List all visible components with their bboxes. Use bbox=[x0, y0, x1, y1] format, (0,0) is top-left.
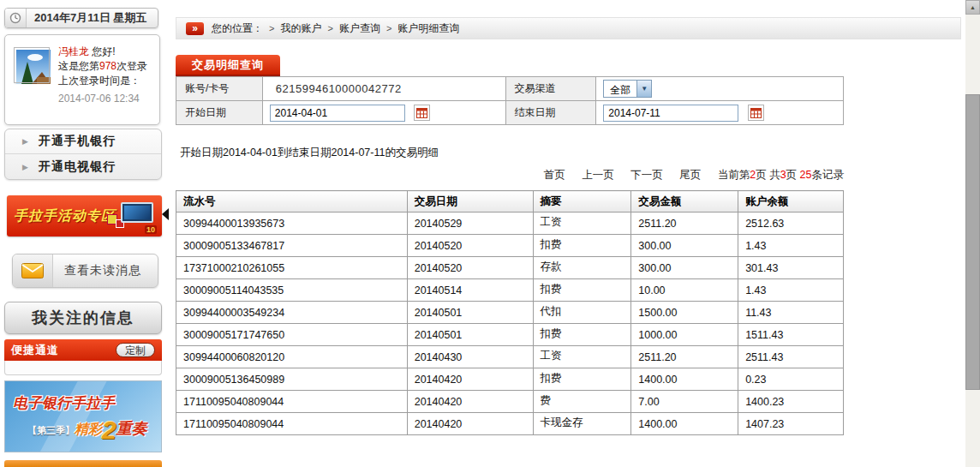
header-serial: 流水号 bbox=[176, 191, 408, 213]
cell-transaction-date: 20140501 bbox=[407, 302, 533, 324]
table-row: 30994400003549234 20140501 代扣 1500.00 11… bbox=[176, 302, 844, 324]
cell-transaction-date: 20140520 bbox=[407, 235, 533, 257]
cell-serial-number: 30009005136450989 bbox=[176, 368, 408, 391]
date-bar: 2014年7月11日 星期五 bbox=[4, 8, 158, 28]
current-date: 2014年7月11日 星期五 bbox=[27, 10, 147, 26]
prev-page-link[interactable]: 上一页 bbox=[582, 169, 614, 181]
cell-summary: 卡现金存 bbox=[533, 413, 631, 435]
table-row: 30009005114043535 20140514 扣费 10.00 1.43 bbox=[176, 279, 844, 302]
record-count: 25 bbox=[800, 169, 812, 181]
cell-serial-number: 30994400060820120 bbox=[176, 346, 408, 368]
calendar-icon[interactable] bbox=[414, 105, 430, 121]
login-count-prefix: 这是您第 bbox=[58, 60, 99, 72]
page-status: 当前第2页 共3页 25条记录 bbox=[718, 169, 844, 181]
start-date-input[interactable] bbox=[270, 105, 405, 122]
cell-balance: 2512.63 bbox=[738, 213, 844, 235]
unread-messages-button[interactable]: 查看未读消息 bbox=[12, 254, 158, 288]
start-date-label: 开始日期 bbox=[176, 101, 263, 125]
quick-channel-header: 便捷通道 定制 bbox=[4, 339, 162, 361]
last-login-label: 上次登录时间是： bbox=[58, 74, 147, 88]
pagination: 首页 上一页 下一页 尾页 当前第2页 共3页 25条记录 bbox=[176, 168, 844, 183]
cell-serial-number: 17371000210261055 bbox=[176, 257, 408, 279]
cell-summary: 扣费 bbox=[533, 279, 631, 302]
cell-serial-number: 30994400013935673 bbox=[176, 213, 408, 235]
monitor-icon bbox=[121, 202, 153, 223]
user-name: 冯桂龙 bbox=[58, 45, 89, 57]
cell-amount: 300.00 bbox=[631, 235, 738, 257]
login-count-suffix: 次登录 bbox=[117, 60, 147, 72]
transaction-detail-tab[interactable]: 交易明细查询 bbox=[176, 55, 280, 76]
cell-amount: 1400.00 bbox=[631, 413, 738, 435]
table-row: 17110095040809044 20140420 费 7.00 1400.2… bbox=[176, 391, 844, 413]
activity-banner-text: 手拉手活动专区 bbox=[14, 207, 116, 225]
transactions-body: 30994400013935673 20140529 工资 2511.20 25… bbox=[176, 213, 844, 435]
cell-transaction-date: 20140420 bbox=[407, 413, 533, 435]
cell-serial-number: 17110095040809044 bbox=[176, 391, 408, 413]
sidebar-item-mobile-banking[interactable]: ▶ 开通手机银行 bbox=[5, 129, 161, 154]
transactions-table: 流水号 交易日期 摘要 交易金额 账户余额 30994400013935673 … bbox=[176, 190, 844, 435]
cell-transaction-date: 20140420 bbox=[407, 368, 533, 391]
sidebar-collapse-arrow-icon[interactable] bbox=[162, 208, 169, 220]
my-focused-info-button[interactable]: 我关注的信息 bbox=[4, 302, 162, 334]
channel-select[interactable]: 全部 ▼ bbox=[603, 80, 652, 98]
banking-page: 2014年7月11日 星期五 冯桂龙 您好! 这是您第978次登录 上次登录时间… bbox=[0, 0, 980, 467]
cell-transaction-date: 20140514 bbox=[407, 279, 533, 302]
cell-transaction-date: 20140529 bbox=[407, 213, 533, 235]
cell-transaction-date: 20140501 bbox=[407, 324, 533, 346]
header-balance: 账户余额 bbox=[738, 191, 844, 213]
next-page-link[interactable]: 下一页 bbox=[630, 169, 663, 181]
chevron-right-icon: ▶ bbox=[22, 163, 28, 171]
customize-button[interactable]: 定制 bbox=[116, 343, 155, 357]
query-form: 账号/卡号 6215994610000042772 交易渠道 全部 ▼ 开始日期… bbox=[176, 76, 844, 125]
user-info: 冯桂龙 您好! 这是您第978次登录 上次登录时间是： 2014-07-06 1… bbox=[58, 45, 147, 106]
calendar-icon[interactable] bbox=[748, 105, 764, 121]
cell-balance: 11.43 bbox=[738, 302, 844, 324]
breadcrumb-item-account-detail[interactable]: 账户明细查询 bbox=[397, 21, 459, 36]
promo-subtitle: 【第三季】精彩2重奏 bbox=[27, 416, 147, 445]
envelope-icon bbox=[13, 254, 53, 287]
cell-summary: 代扣 bbox=[533, 302, 631, 324]
channel-label: 交易渠道 bbox=[505, 77, 596, 101]
vertical-scrollbar[interactable]: ▲ bbox=[965, 0, 980, 467]
breadcrumb-item-my-account[interactable]: 我的账户 bbox=[280, 21, 321, 36]
breadcrumb-item-account-inquiry[interactable]: 账户查询 bbox=[339, 21, 380, 36]
table-row: 30009005133467817 20140520 扣费 300.00 1.4… bbox=[176, 235, 844, 257]
quick-channel-panel: 便捷通道 定制 bbox=[4, 339, 162, 375]
login-count: 978 bbox=[99, 60, 117, 72]
cell-amount: 1500.00 bbox=[631, 302, 738, 324]
sidebar-item-tv-banking[interactable]: ▶ 开通电视银行 bbox=[5, 154, 161, 179]
cell-summary: 扣费 bbox=[533, 324, 631, 346]
greeting-text: 您好! bbox=[92, 45, 115, 57]
unread-messages-label: 查看未读消息 bbox=[53, 254, 141, 287]
total-pages: 3 bbox=[780, 169, 786, 181]
table-row: 17371000210261055 20140520 存款 300.00 301… bbox=[176, 257, 844, 279]
end-date-input[interactable] bbox=[603, 105, 738, 122]
table-row: 30994400060820120 20140430 工资 2511.20 25… bbox=[176, 346, 844, 368]
scrollbar-thumb[interactable] bbox=[965, 94, 980, 390]
cell-balance: 1511.43 bbox=[738, 324, 844, 346]
cell-serial-number: 30009005171747650 bbox=[176, 324, 408, 346]
end-date-label: 结束日期 bbox=[505, 101, 596, 125]
cell-serial-number: 30009005114043535 bbox=[176, 279, 408, 302]
table-row: 30994400013935673 20140529 工资 2511.20 25… bbox=[176, 213, 844, 235]
quick-channel-body bbox=[4, 361, 162, 375]
sidebar-menu: ▶ 开通手机银行 ▶ 开通电视银行 bbox=[4, 129, 162, 180]
location-label: 您的位置： bbox=[212, 21, 263, 36]
cell-amount: 300.00 bbox=[631, 257, 738, 279]
promo-banner[interactable]: 电子银行手拉手 【第三季】精彩2重奏 bbox=[4, 380, 162, 452]
cell-balance: 1400.23 bbox=[738, 391, 844, 413]
chevron-right-icon: ▶ bbox=[22, 137, 28, 146]
activity-banner[interactable]: 手拉手活动专区 10 bbox=[7, 195, 162, 236]
avatar bbox=[15, 48, 49, 82]
cell-amount: 1400.00 bbox=[631, 368, 738, 391]
result-summary: 开始日期2014-04-01到结束日期2014-07-11的交易明细 bbox=[180, 146, 439, 160]
cell-amount: 7.00 bbox=[631, 391, 738, 413]
quick-channel-title: 便捷通道 bbox=[11, 343, 59, 358]
last-page-link[interactable]: 尾页 bbox=[679, 169, 701, 181]
cell-balance: 2511.43 bbox=[738, 346, 844, 368]
cell-balance: 1407.23 bbox=[738, 413, 844, 435]
scroll-up-arrow-icon[interactable]: ▲ bbox=[965, 0, 980, 15]
first-page-link[interactable]: 首页 bbox=[544, 169, 565, 181]
cell-balance: 301.43 bbox=[738, 257, 844, 279]
user-card: 冯桂龙 您好! 这是您第978次登录 上次登录时间是： 2014-07-06 1… bbox=[4, 34, 160, 125]
